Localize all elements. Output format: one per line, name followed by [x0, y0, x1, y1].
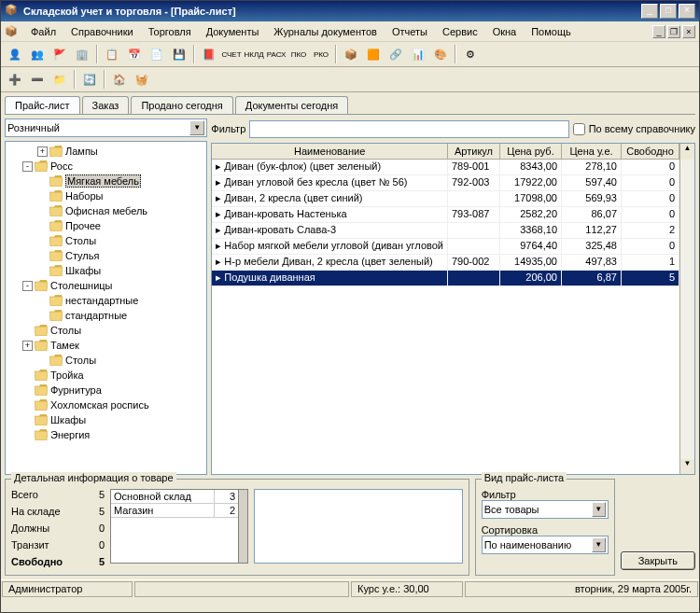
tree-node[interactable]: -Столешницы: [7, 278, 204, 293]
grid-col-price[interactable]: Цена руб.: [500, 144, 562, 159]
tree-node[interactable]: Столы: [7, 323, 204, 338]
toolbar-icon[interactable]: РКО: [311, 44, 331, 64]
tree-toggle-icon[interactable]: -: [22, 281, 33, 291]
tree-node[interactable]: +Тамек: [7, 338, 204, 353]
mdi-minimize-button[interactable]: _: [652, 25, 665, 38]
table-row[interactable]: ▸ Диван угловой без кресла (цвет № 56)79…: [212, 175, 679, 191]
menu-item[interactable]: Журналы документов: [266, 24, 385, 39]
toolbar-icon[interactable]: 🔗: [385, 44, 406, 64]
toolbar-icon[interactable]: 📦: [341, 44, 361, 64]
tree-node[interactable]: Столы: [7, 233, 204, 248]
tab-strip: Прайс-листЗаказПродано сегодняДокументы …: [5, 96, 695, 115]
tree-node[interactable]: Офисная мебель: [7, 203, 204, 218]
tree-node[interactable]: Тройка: [7, 368, 204, 383]
tree-toggle-icon[interactable]: +: [22, 341, 33, 351]
menu-item[interactable]: Окна: [485, 24, 525, 39]
toolbar-remove-icon[interactable]: ➖: [27, 69, 48, 90]
maximize-button[interactable]: □: [660, 4, 677, 19]
product-grid[interactable]: Наименование Артикул Цена руб. Цена у.е.…: [211, 143, 695, 475]
close-button[interactable]: ×: [679, 4, 695, 19]
menu-item[interactable]: Торговля: [141, 24, 199, 39]
tree-node[interactable]: нестандартные: [7, 293, 204, 308]
menu-item[interactable]: Файл: [23, 24, 63, 39]
toolbar-basket-icon[interactable]: 🧺: [132, 69, 152, 90]
mdi-close-button[interactable]: ×: [682, 25, 695, 38]
folder-icon: [35, 340, 48, 351]
table-row[interactable]: ▸ Н-р мебели Диван, 2 кресла (цвет зелен…: [212, 255, 679, 271]
cell-price: 17098,00: [500, 191, 562, 206]
toolbar-icon[interactable]: ⚙: [460, 44, 481, 64]
stock-row[interactable]: Основной склад3: [111, 490, 238, 504]
tree-node[interactable]: Мягкая мебель: [7, 174, 204, 188]
stock-table[interactable]: Основной склад3Магазин2: [110, 489, 248, 564]
toolbar-home-icon[interactable]: 🏠: [109, 69, 130, 90]
tree-node[interactable]: Наборы: [7, 188, 204, 203]
tab[interactable]: Документы сегодня: [235, 96, 348, 114]
tree-node[interactable]: Прочее: [7, 218, 204, 233]
toolbar-icon[interactable]: 🏢: [72, 44, 92, 64]
table-row[interactable]: ▸ Диван, 2 кресла (цвет синий)17098,0056…: [212, 191, 679, 207]
toolbar-icon[interactable]: 📋: [102, 44, 122, 64]
toolbar-add-icon[interactable]: ➕: [5, 69, 25, 90]
toolbar-icon[interactable]: 🎨: [430, 44, 451, 64]
menu-item[interactable]: Сервис: [435, 24, 485, 39]
tree-node[interactable]: Шкафы: [7, 263, 204, 278]
menu-item[interactable]: Отчеты: [385, 24, 435, 39]
tree-node[interactable]: Столы: [7, 353, 204, 368]
menu-item[interactable]: Справочники: [63, 24, 141, 39]
tree-toggle-icon[interactable]: +: [37, 146, 48, 157]
toolbar-icon[interactable]: 📅: [124, 44, 145, 64]
tree-node[interactable]: Энергия: [7, 427, 204, 442]
toolbar-folder-icon[interactable]: 📁: [49, 69, 70, 90]
detail-note-box[interactable]: [254, 489, 463, 564]
filter-all-checkbox[interactable]: [573, 123, 585, 135]
sort-combo[interactable]: По наименованию ▼: [482, 536, 609, 554]
scroll-down-button[interactable]: ▼: [680, 459, 694, 474]
toolbar-icon[interactable]: 👥: [27, 44, 48, 64]
tree-node[interactable]: +Лампы: [7, 144, 204, 159]
toolbar-icon[interactable]: 📊: [408, 44, 428, 64]
close-price-button[interactable]: Закрыть: [621, 551, 695, 570]
tree-toggle-icon[interactable]: -: [22, 161, 33, 172]
toolbar-icon[interactable]: 📕: [199, 44, 219, 64]
toolbar-icon[interactable]: 🟧: [363, 44, 384, 64]
filter-input[interactable]: [249, 120, 568, 138]
toolbar-icon[interactable]: 👤: [5, 44, 25, 64]
tab[interactable]: Прайс-лист: [5, 96, 80, 114]
toolbar-refresh-icon[interactable]: 🔄: [79, 69, 100, 90]
grid-col-art[interactable]: Артикул: [448, 144, 500, 159]
toolbar-icon[interactable]: 📄: [147, 44, 167, 64]
table-row[interactable]: ▸ Диван-кровать Слава-33368,10112,272: [212, 223, 679, 239]
table-row[interactable]: ▸ Набор мягкой мебели угловой (диван угл…: [212, 239, 679, 255]
table-row[interactable]: ▸ Диван (бук-флок) (цвет зеленый)789-001…: [212, 160, 679, 175]
toolbar-icon[interactable]: СЧЕТ: [221, 44, 242, 64]
toolbar-icon[interactable]: 🚩: [49, 44, 70, 64]
stock-row[interactable]: Магазин2: [111, 504, 238, 518]
tree-node[interactable]: Стулья: [7, 248, 204, 263]
tree-node[interactable]: Фурнитура: [7, 383, 204, 397]
tree-node[interactable]: Шкафы: [7, 412, 204, 427]
price-type-combo[interactable]: Розничный ▼: [5, 118, 207, 137]
menu-item[interactable]: Помощь: [524, 24, 579, 39]
mdi-restore-button[interactable]: ❐: [667, 25, 680, 38]
scrollbar[interactable]: ▼: [679, 160, 694, 474]
minimize-button[interactable]: _: [641, 4, 658, 19]
category-tree[interactable]: +Лампы-РоссМягкая мебельНаборыОфисная ме…: [5, 141, 207, 475]
table-row[interactable]: ▸ Подушка диванная206,006,875: [212, 271, 679, 286]
tree-node[interactable]: стандартные: [7, 308, 204, 323]
toolbar-icon[interactable]: РАСХ: [266, 44, 287, 64]
toolbar-icon[interactable]: 💾: [169, 44, 189, 64]
toolbar-icon[interactable]: НКЛД: [244, 44, 264, 64]
grid-col-free[interactable]: Свободно: [622, 144, 679, 159]
table-row[interactable]: ▸ Диван-кровать Настенька793-0872582,208…: [212, 207, 679, 223]
tree-node[interactable]: Хохломская роспись: [7, 397, 204, 412]
tree-node[interactable]: -Росс: [7, 159, 204, 174]
grid-col-priceu[interactable]: Цена у.е.: [562, 144, 622, 159]
toolbar-icon[interactable]: ПКО: [288, 44, 309, 64]
scroll-up-button[interactable]: ▲: [679, 144, 694, 160]
grid-col-name[interactable]: Наименование: [212, 144, 448, 159]
menu-item[interactable]: Документы: [199, 24, 267, 39]
tab[interactable]: Продано сегодня: [131, 96, 232, 114]
filter-sub-combo[interactable]: Все товары ▼: [482, 500, 609, 519]
tab[interactable]: Заказ: [82, 96, 130, 114]
